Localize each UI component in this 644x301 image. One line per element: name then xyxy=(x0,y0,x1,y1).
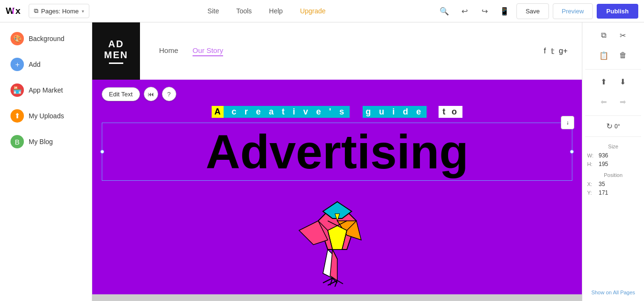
rp-rotate-row: ↻ 0° xyxy=(606,122,620,131)
download-handle[interactable]: ↓ xyxy=(561,116,574,129)
svg-line-23 xyxy=(337,280,343,284)
preview-button[interactable]: Preview xyxy=(553,3,593,19)
rp-arrange-row: ⬆ ⬇ xyxy=(596,73,631,90)
site-navigation: Home Our Story xyxy=(140,46,544,56)
app-market-label: App Market xyxy=(29,86,63,94)
facebook-icon[interactable]: f xyxy=(544,47,546,56)
align-right-button[interactable]: ➡ xyxy=(615,93,631,110)
left-sidebar: 🎨 Background ＋ Add 🏪 App Market ⬆ My Upl… xyxy=(0,22,92,301)
width-key: W: xyxy=(587,153,597,158)
top-bar: W i x ⧉ Pages: Home ▾ Site Tools Help Up… xyxy=(0,0,644,22)
sidebar-item-background[interactable]: 🎨 Background xyxy=(4,27,88,50)
nav-our-story[interactable]: Our Story xyxy=(193,46,223,56)
my-blog-label: My Blog xyxy=(29,138,53,145)
main-heading: Advertising xyxy=(112,128,562,176)
x-value: 35 xyxy=(599,181,605,187)
resize-handle-left[interactable] xyxy=(100,150,104,154)
height-value: 195 xyxy=(599,161,608,167)
undo-button[interactable]: ↩ xyxy=(456,3,472,19)
twitter-icon[interactable]: 𝕥 xyxy=(551,47,554,56)
save-button[interactable]: Save xyxy=(516,3,549,19)
rp-paste-row: 📋 🗑 xyxy=(596,47,631,63)
upgrade-nav-item[interactable]: Upgrade xyxy=(296,5,330,17)
paste-button[interactable]: 📋 xyxy=(596,47,612,63)
redo-button[interactable]: ↪ xyxy=(476,3,493,19)
rp-divider-3 xyxy=(585,136,641,137)
cut-button[interactable]: ✂ xyxy=(615,27,631,43)
search-button[interactable]: 🔍 xyxy=(436,3,452,19)
site-header: AD MEN Home Our Story f 𝕥 g+ xyxy=(92,22,582,80)
rp-divider-1 xyxy=(585,69,641,70)
rp-align-row: ⬅ ➡ xyxy=(596,93,631,110)
back-arrow-button[interactable]: ⏮ xyxy=(144,87,158,101)
x-key: X: xyxy=(587,181,597,187)
googleplus-icon[interactable]: g+ xyxy=(559,47,568,56)
bring-forward-button[interactable]: ⬆ xyxy=(596,73,612,90)
logo-bar xyxy=(109,62,123,64)
show-all-pages-link[interactable]: Show on All Pages xyxy=(591,289,635,296)
add-icon: ＋ xyxy=(11,58,24,71)
y-value: 171 xyxy=(599,189,608,196)
help-button[interactable]: ? xyxy=(162,87,176,101)
to-text: t o xyxy=(439,106,462,118)
pages-label: Pages: Home xyxy=(41,8,79,15)
guide-text: g u i d e xyxy=(363,106,427,118)
mobile-view-button[interactable]: 📱 xyxy=(496,3,513,19)
top-nav: Site Tools Help Upgrade xyxy=(97,5,436,17)
rotation-value: 0° xyxy=(614,123,620,130)
subtitle-text: A c r e a t i v e ' s g u i d e t o xyxy=(212,106,462,118)
app-market-icon: 🏪 xyxy=(11,83,24,97)
pages-button[interactable]: ⧉ Pages: Home ▾ xyxy=(29,4,89,18)
position-label: Position xyxy=(604,172,623,178)
y-key: Y: xyxy=(587,190,597,196)
bird-illustration xyxy=(290,183,385,290)
nav-home[interactable]: Home xyxy=(159,46,178,56)
width-row: W: 936 xyxy=(585,152,641,159)
blog-icon: B xyxy=(11,135,24,148)
main-text-box[interactable]: ↓ Advertising xyxy=(102,123,572,181)
logo-line1: AD xyxy=(108,39,124,50)
to-prefix xyxy=(427,106,439,118)
social-icons: f 𝕥 g+ xyxy=(544,47,582,56)
resize-handle-right[interactable] xyxy=(570,150,574,154)
admin-logo: AD MEN xyxy=(92,22,140,80)
sidebar-item-my-blog[interactable]: B My Blog xyxy=(4,130,88,153)
rp-copy-row: ⧉ ✂ xyxy=(596,27,631,43)
site-nav-item[interactable]: Site xyxy=(204,5,223,17)
sidebar-item-app-market[interactable]: 🏪 App Market xyxy=(4,79,88,102)
right-panel: ⧉ ✂ 📋 🗑 ⬆ ⬇ ⬅ ➡ ↻ 0° Size W: 936 H: 195 xyxy=(582,22,644,301)
background-icon: 🎨 xyxy=(11,32,24,45)
sidebar-item-my-uploads[interactable]: ⬆ My Uploads xyxy=(4,104,88,127)
rotate-icon: ↻ xyxy=(606,122,612,131)
main-layout: 🎨 Background ＋ Add 🏪 App Market ⬆ My Upl… xyxy=(0,22,644,301)
publish-button[interactable]: Publish xyxy=(597,4,638,19)
tools-nav-item[interactable]: Tools xyxy=(232,5,256,17)
subtitle-bar: A c r e a t i v e ' s g u i d e t o xyxy=(92,106,582,118)
height-row: H: 195 xyxy=(585,161,641,167)
pages-icon: ⧉ xyxy=(34,7,38,15)
chevron-down-icon: ▾ xyxy=(82,9,84,14)
add-label: Add xyxy=(29,61,41,68)
y-row: Y: 171 xyxy=(585,189,641,196)
copy-button[interactable]: ⧉ xyxy=(596,27,612,43)
help-nav-item[interactable]: Help xyxy=(265,5,287,17)
align-left-button[interactable]: ⬅ xyxy=(596,93,612,110)
height-key: H: xyxy=(587,161,597,167)
rp-divider-2 xyxy=(585,115,641,116)
edit-text-button[interactable]: Edit Text xyxy=(102,87,140,101)
svg-text:x: x xyxy=(15,6,21,16)
bird-svg xyxy=(290,183,385,288)
uploads-icon: ⬆ xyxy=(11,109,24,123)
canvas-content: Edit Text ⏮ ? A c r e a t i v e ' s g u … xyxy=(92,80,582,294)
delete-button[interactable]: 🗑 xyxy=(615,47,631,63)
logo-line2: MEN xyxy=(104,50,128,61)
send-backward-button[interactable]: ⬇ xyxy=(615,73,631,90)
guide-prefix xyxy=(350,106,363,118)
my-uploads-label: My Uploads xyxy=(29,112,64,120)
edit-toolbar: Edit Text ⏮ ? xyxy=(102,87,176,101)
wix-logo: W i x xyxy=(6,6,24,16)
background-label: Background xyxy=(29,35,64,42)
x-row: X: 35 xyxy=(585,181,641,187)
sidebar-item-add[interactable]: ＋ Add xyxy=(4,53,88,76)
svg-text:i: i xyxy=(12,6,14,16)
